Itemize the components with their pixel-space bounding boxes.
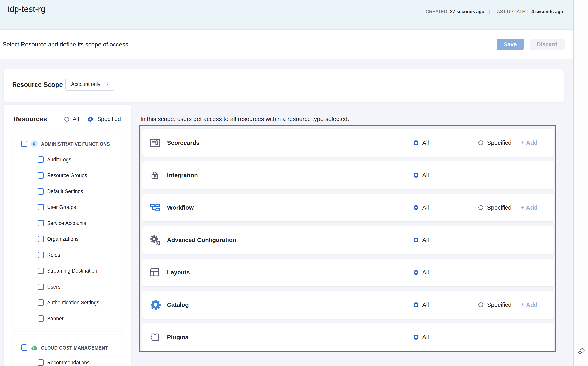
svg-text:$: $: [33, 346, 35, 350]
